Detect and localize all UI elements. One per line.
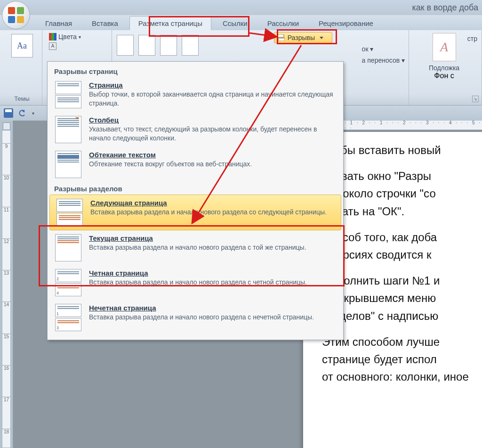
doc-line: В открывшемся меню: [322, 289, 482, 307]
tab-references[interactable]: Ссылки: [214, 16, 256, 30]
themes-button[interactable]: Aa: [6, 32, 38, 59]
odd-page-section-icon: 13: [55, 304, 81, 331]
tab-review[interactable]: Рецензирование: [310, 16, 382, 30]
chevron-down-icon: [320, 37, 323, 39]
column-break-icon: [55, 116, 81, 143]
svg-rect-1: [278, 38, 285, 41]
break-option-text-wrapping[interactable]: Обтекание текстомОбтекание текста вокруг…: [48, 147, 342, 182]
break-option-even-page[interactable]: 24 Четная страницаВставка разрыва раздел…: [48, 265, 342, 300]
next-page-section-icon: [56, 199, 83, 226]
themes-icon: Aa: [11, 34, 33, 57]
doc-line: Выполнить шаги №1 и: [322, 272, 482, 289]
doc-line: Чтобы вставить новый: [322, 141, 482, 159]
break-option-next-page[interactable]: Следующая страницаВставка разрыва раздел…: [49, 195, 341, 230]
doc-line: нажать на "ОК".: [322, 203, 482, 220]
breaks-button[interactable]: Разрывы: [274, 32, 332, 43]
fonts-icon: A: [49, 42, 56, 50]
colors-icon: [49, 33, 56, 41]
doc-line: разделов" с надписью: [322, 307, 482, 325]
ribbon-tabs: Главная Вставка Разметка страницы Ссылки…: [0, 15, 482, 30]
page-break-icon: [55, 81, 81, 108]
doc-line: Способ того, как доба: [322, 228, 482, 246]
line-numbers-button[interactable]: ок ▾: [362, 45, 405, 53]
horizontal-ruler[interactable]: · 1 · 2 · · 1 · · · 2 · · · 3 · · · 4 · …: [343, 121, 482, 130]
svg-rect-0: [277, 34, 284, 37]
dropdown-section-page-breaks: Разрывы страниц: [48, 65, 342, 77]
fonts-button[interactable]: A: [46, 41, 108, 51]
orientation-button[interactable]: [138, 35, 155, 56]
tab-page-layout[interactable]: Разметка страницы: [129, 16, 211, 30]
watermark-button[interactable]: A: [433, 33, 456, 61]
save-icon[interactable]: [4, 108, 13, 118]
watermark-label: Подложка: [429, 64, 459, 72]
colors-button[interactable]: Цвета▾: [46, 32, 108, 41]
doc-line: странице будет испол: [322, 350, 482, 368]
tab-home[interactable]: Главная: [37, 16, 80, 30]
ruler-corner[interactable]: [3, 122, 10, 130]
office-button[interactable]: [2, 1, 30, 29]
size-button[interactable]: [160, 35, 177, 56]
page-background-group: A Подложка стр Фон с: [409, 30, 479, 105]
break-option-odd-page[interactable]: 13 Нечетная страницаВставка разрыва разд…: [48, 300, 342, 335]
text-wrap-break-icon: [55, 151, 81, 178]
break-option-continuous[interactable]: Текущая страницаВставка разрыва раздела …: [48, 230, 342, 265]
even-page-section-icon: 24: [55, 269, 81, 296]
dropdown-section-section-breaks: Разрывы разделов: [48, 182, 342, 195]
tab-mailings[interactable]: Рассылки: [259, 16, 307, 30]
undo-button[interactable]: [18, 108, 27, 118]
continuous-section-icon: [55, 234, 81, 261]
columns-button[interactable]: [182, 35, 199, 56]
left-gutter: 9 10 11 12 13 14 15 16 17 18: [0, 121, 13, 448]
doc-line: рке около строчки "со: [322, 185, 482, 202]
breaks-icon: [277, 34, 285, 41]
window-title: как в ворде доба: [412, 3, 478, 13]
break-option-page[interactable]: СтраницаВыбор точки, в которой заканчива…: [48, 77, 342, 112]
hyphenation-button[interactable]: а переносов ▾: [362, 57, 405, 64]
page-background-group-label: Фон с: [434, 72, 454, 80]
break-option-column[interactable]: СтолбецУказывает, что текст, следующий з…: [48, 112, 342, 147]
office-logo-icon: [8, 7, 24, 23]
themes-group-label: Темы: [6, 94, 38, 104]
page-setup-extra: ок ▾ а переносов ▾: [362, 45, 405, 64]
doc-line: х версиях сводится к: [322, 246, 482, 263]
vertical-ruler[interactable]: 9 10 11 12 13 14 15 16 17 18: [2, 130, 11, 448]
doc-line: Этим способом лучше: [322, 333, 482, 350]
title-bar: как в ворде доба: [0, 0, 482, 15]
tab-insert[interactable]: Вставка: [83, 16, 127, 30]
doc-line: вызвать окно "Разры: [322, 167, 482, 185]
breaks-dropdown: Разрывы страниц СтраницаВыбор точки, в к…: [47, 61, 344, 340]
qat-dropdown-icon[interactable]: ▾: [32, 111, 34, 116]
page-color-cut: стр: [467, 35, 477, 42]
doc-line: от основного: колонки, иное: [322, 368, 482, 385]
margins-button[interactable]: [117, 35, 134, 56]
